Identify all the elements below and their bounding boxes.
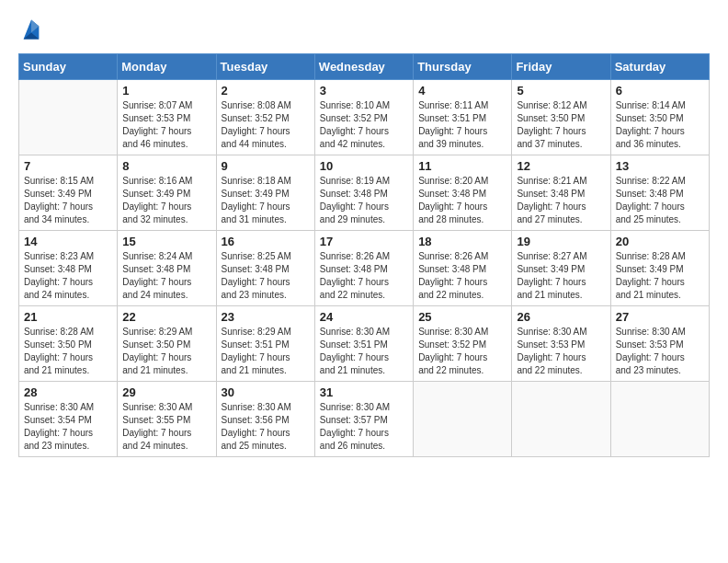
day-number: 31: [320, 385, 408, 399]
calendar-cell: 6Sunrise: 8:14 AM Sunset: 3:50 PM Daylig…: [610, 80, 709, 155]
calendar-cell: 14Sunrise: 8:23 AM Sunset: 3:48 PM Dayli…: [19, 231, 118, 306]
day-number: 10: [320, 159, 408, 173]
calendar-cell: 19Sunrise: 8:27 AM Sunset: 3:49 PM Dayli…: [512, 231, 610, 306]
calendar-table: SundayMondayTuesdayWednesdayThursdayFrid…: [18, 53, 710, 457]
day-number: 9: [222, 159, 310, 173]
day-info: Sunrise: 8:10 AM Sunset: 3:52 PM Dayligh…: [320, 99, 408, 151]
day-number: 30: [222, 385, 310, 399]
day-info: Sunrise: 8:30 AM Sunset: 3:56 PM Dayligh…: [222, 401, 310, 453]
day-number: 18: [418, 235, 506, 248]
day-info: Sunrise: 8:27 AM Sunset: 3:49 PM Dayligh…: [517, 250, 605, 302]
day-number: 23: [222, 310, 310, 324]
day-info: Sunrise: 8:30 AM Sunset: 3:54 PM Dayligh…: [24, 401, 112, 453]
day-number: 2: [222, 84, 310, 98]
calendar-cell: 2Sunrise: 8:08 AM Sunset: 3:52 PM Daylig…: [216, 80, 314, 155]
day-info: Sunrise: 8:30 AM Sunset: 3:52 PM Dayligh…: [418, 326, 506, 377]
day-info: Sunrise: 8:19 AM Sunset: 3:48 PM Dayligh…: [320, 175, 408, 226]
calendar-cell: 30Sunrise: 8:30 AM Sunset: 3:56 PM Dayli…: [216, 382, 314, 457]
calendar-header-wednesday: Wednesday: [314, 54, 413, 80]
calendar-cell: 7Sunrise: 8:15 AM Sunset: 3:49 PM Daylig…: [19, 155, 118, 231]
calendar-cell: 8Sunrise: 8:16 AM Sunset: 3:49 PM Daylig…: [118, 155, 216, 231]
day-number: 20: [616, 235, 704, 248]
calendar-header-saturday: Saturday: [610, 54, 709, 80]
day-info: Sunrise: 8:08 AM Sunset: 3:52 PM Dayligh…: [222, 99, 310, 151]
day-number: 21: [24, 310, 112, 324]
calendar-cell: 25Sunrise: 8:30 AM Sunset: 3:52 PM Dayli…: [414, 306, 512, 382]
calendar-cell: 15Sunrise: 8:24 AM Sunset: 3:48 PM Dayli…: [118, 231, 216, 306]
day-number: 11: [418, 159, 506, 173]
calendar-cell: 9Sunrise: 8:18 AM Sunset: 3:49 PM Daylig…: [216, 155, 314, 231]
calendar-cell: [610, 382, 709, 457]
day-number: 26: [517, 310, 605, 324]
calendar-cell: 17Sunrise: 8:26 AM Sunset: 3:48 PM Dayli…: [314, 231, 413, 306]
calendar-week-row: 1Sunrise: 8:07 AM Sunset: 3:53 PM Daylig…: [19, 80, 710, 155]
calendar-cell: 3Sunrise: 8:10 AM Sunset: 3:52 PM Daylig…: [314, 80, 413, 155]
day-info: Sunrise: 8:22 AM Sunset: 3:48 PM Dayligh…: [616, 175, 704, 226]
day-info: Sunrise: 8:28 AM Sunset: 3:50 PM Dayligh…: [24, 326, 112, 377]
calendar-cell: 24Sunrise: 8:30 AM Sunset: 3:51 PM Dayli…: [314, 306, 413, 382]
day-info: Sunrise: 8:25 AM Sunset: 3:48 PM Dayligh…: [222, 250, 310, 302]
calendar-header-row: SundayMondayTuesdayWednesdayThursdayFrid…: [19, 54, 710, 80]
calendar-cell: [414, 382, 512, 457]
day-number: 24: [320, 310, 408, 324]
calendar-cell: 13Sunrise: 8:22 AM Sunset: 3:48 PM Dayli…: [610, 155, 709, 231]
day-info: Sunrise: 8:20 AM Sunset: 3:48 PM Dayligh…: [418, 175, 506, 226]
calendar-cell: 16Sunrise: 8:25 AM Sunset: 3:48 PM Dayli…: [216, 231, 314, 306]
calendar-cell: 4Sunrise: 8:11 AM Sunset: 3:51 PM Daylig…: [414, 80, 512, 155]
day-number: 3: [320, 84, 408, 98]
calendar-cell: 31Sunrise: 8:30 AM Sunset: 3:57 PM Dayli…: [314, 382, 413, 457]
day-info: Sunrise: 8:30 AM Sunset: 3:53 PM Dayligh…: [616, 326, 704, 377]
day-info: Sunrise: 8:30 AM Sunset: 3:55 PM Dayligh…: [122, 401, 210, 453]
calendar-cell: 21Sunrise: 8:28 AM Sunset: 3:50 PM Dayli…: [19, 306, 118, 382]
day-number: 17: [320, 235, 408, 248]
day-number: 22: [122, 310, 210, 324]
day-number: 16: [222, 235, 310, 248]
day-info: Sunrise: 8:14 AM Sunset: 3:50 PM Dayligh…: [616, 99, 704, 151]
calendar-cell: 10Sunrise: 8:19 AM Sunset: 3:48 PM Dayli…: [314, 155, 413, 231]
calendar-cell: [19, 80, 118, 155]
day-info: Sunrise: 8:26 AM Sunset: 3:48 PM Dayligh…: [320, 250, 408, 302]
calendar-cell: 29Sunrise: 8:30 AM Sunset: 3:55 PM Dayli…: [118, 382, 216, 457]
calendar-header-friday: Friday: [512, 54, 610, 80]
calendar-cell: 26Sunrise: 8:30 AM Sunset: 3:53 PM Dayli…: [512, 306, 610, 382]
day-info: Sunrise: 8:18 AM Sunset: 3:49 PM Dayligh…: [222, 175, 310, 226]
day-number: 12: [517, 159, 605, 173]
logo: [18, 18, 48, 44]
calendar-week-row: 28Sunrise: 8:30 AM Sunset: 3:54 PM Dayli…: [19, 382, 710, 457]
calendar-cell: [512, 382, 610, 457]
day-info: Sunrise: 8:28 AM Sunset: 3:49 PM Dayligh…: [616, 250, 704, 302]
calendar-cell: 28Sunrise: 8:30 AM Sunset: 3:54 PM Dayli…: [19, 382, 118, 457]
calendar-cell: 22Sunrise: 8:29 AM Sunset: 3:50 PM Dayli…: [118, 306, 216, 382]
day-number: 6: [616, 84, 704, 98]
day-info: Sunrise: 8:30 AM Sunset: 3:53 PM Dayligh…: [517, 326, 605, 377]
day-info: Sunrise: 8:30 AM Sunset: 3:57 PM Dayligh…: [320, 401, 408, 453]
day-number: 5: [517, 84, 605, 98]
day-info: Sunrise: 8:12 AM Sunset: 3:50 PM Dayligh…: [517, 99, 605, 151]
calendar-week-row: 21Sunrise: 8:28 AM Sunset: 3:50 PM Dayli…: [19, 306, 710, 382]
day-info: Sunrise: 8:15 AM Sunset: 3:49 PM Dayligh…: [24, 175, 112, 226]
calendar-cell: 23Sunrise: 8:29 AM Sunset: 3:51 PM Dayli…: [216, 306, 314, 382]
day-number: 19: [517, 235, 605, 248]
day-number: 29: [122, 385, 210, 399]
day-number: 14: [24, 235, 112, 248]
calendar-cell: 27Sunrise: 8:30 AM Sunset: 3:53 PM Dayli…: [610, 306, 709, 382]
day-info: Sunrise: 8:07 AM Sunset: 3:53 PM Dayligh…: [122, 99, 210, 151]
day-number: 28: [24, 385, 112, 399]
day-number: 13: [616, 159, 704, 173]
calendar-cell: 1Sunrise: 8:07 AM Sunset: 3:53 PM Daylig…: [118, 80, 216, 155]
day-info: Sunrise: 8:26 AM Sunset: 3:48 PM Dayligh…: [418, 250, 506, 302]
day-number: 15: [122, 235, 210, 248]
day-number: 8: [122, 159, 210, 173]
day-info: Sunrise: 8:16 AM Sunset: 3:49 PM Dayligh…: [122, 175, 210, 226]
day-number: 25: [418, 310, 506, 324]
logo-icon: [18, 18, 44, 44]
day-info: Sunrise: 8:23 AM Sunset: 3:48 PM Dayligh…: [24, 250, 112, 302]
day-info: Sunrise: 8:30 AM Sunset: 3:51 PM Dayligh…: [320, 326, 408, 377]
calendar-week-row: 7Sunrise: 8:15 AM Sunset: 3:49 PM Daylig…: [19, 155, 710, 231]
calendar-cell: 5Sunrise: 8:12 AM Sunset: 3:50 PM Daylig…: [512, 80, 610, 155]
day-number: 7: [24, 159, 112, 173]
calendar-cell: 18Sunrise: 8:26 AM Sunset: 3:48 PM Dayli…: [414, 231, 512, 306]
day-info: Sunrise: 8:21 AM Sunset: 3:48 PM Dayligh…: [517, 175, 605, 226]
calendar-header-thursday: Thursday: [414, 54, 512, 80]
calendar-week-row: 14Sunrise: 8:23 AM Sunset: 3:48 PM Dayli…: [19, 231, 710, 306]
